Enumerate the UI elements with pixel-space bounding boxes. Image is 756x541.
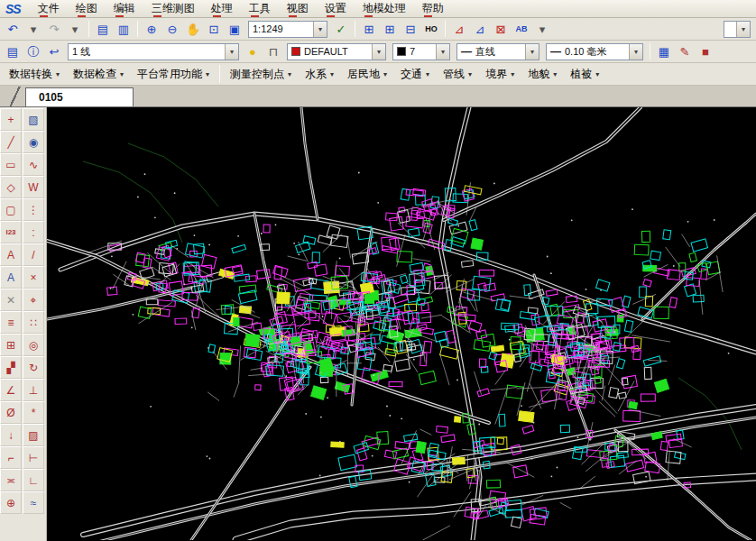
ortho-mode-icon[interactable]: HO: [421, 20, 441, 39]
menu-view[interactable]: 视图: [279, 0, 317, 19]
light-bulb-icon[interactable]: ●: [243, 42, 263, 61]
style-caret-icon[interactable]: ▾: [532, 20, 552, 39]
clipboard-icon[interactable]: ▧: [23, 108, 44, 131]
linetype-combo[interactable]: — 直线 ▾: [456, 43, 539, 60]
landform-menu[interactable]: 地貌▾: [521, 64, 563, 85]
stairs-icon[interactable]: ≍: [0, 469, 22, 491]
diameter-icon[interactable]: Ø: [0, 401, 22, 424]
linewidth-combo[interactable]: — 0.10 毫米 ▾: [546, 43, 643, 60]
lock-icon[interactable]: ⊓: [263, 42, 283, 61]
data-check-menu[interactable]: 数据检查▾: [67, 64, 130, 85]
target-icon[interactable]: ⌖: [23, 289, 44, 311]
data-convert-menu[interactable]: 数据转换▾: [3, 64, 66, 85]
menu-file[interactable]: 文件: [30, 0, 68, 19]
zigzag-icon[interactable]: W: [23, 176, 44, 198]
named-view-icon[interactable]: ✓: [331, 20, 351, 39]
grid-dots-icon[interactable]: ∷: [23, 311, 44, 334]
zoom-out-icon[interactable]: ⊖: [162, 20, 182, 39]
break-icon[interactable]: ⌐: [0, 446, 22, 469]
residential-area-menu[interactable]: 居民地▾: [341, 64, 393, 85]
table-icon[interactable]: ⊞: [359, 20, 379, 39]
dashed-rect-icon[interactable]: ▢: [0, 198, 22, 221]
chevron-down-icon[interactable]: ▾: [629, 44, 642, 60]
circle-plus-icon[interactable]: ⊕: [0, 491, 22, 514]
water-system-menu[interactable]: 水系▾: [299, 64, 340, 85]
i23-label-icon[interactable]: I23: [0, 221, 22, 243]
scale-combo[interactable]: 1:1249 ▾: [248, 21, 327, 38]
menu-settings[interactable]: 设置: [317, 0, 355, 19]
line-icon[interactable]: ╱: [0, 131, 22, 153]
boundary-menu[interactable]: 境界▾: [479, 64, 521, 85]
layer-properties-icon[interactable]: ▤: [3, 42, 23, 61]
undo-icon[interactable]: ↶: [3, 20, 23, 39]
point-icon[interactable]: +: [0, 108, 22, 131]
globe-icon[interactable]: ◉: [23, 131, 44, 153]
zoom-in-icon[interactable]: ⊕: [142, 20, 161, 39]
rectangle-icon[interactable]: ▭: [0, 153, 22, 176]
right-angle-icon[interactable]: ∟: [23, 469, 44, 491]
color-swatch-icon[interactable]: ■: [696, 42, 715, 61]
undo-caret-icon[interactable]: ▾: [23, 20, 43, 39]
zoom-extents-icon[interactable]: ▣: [225, 20, 244, 39]
chevron-down-icon[interactable]: ▾: [736, 22, 750, 37]
leader-down-icon[interactable]: ↓: [0, 424, 22, 446]
circle-target-icon[interactable]: ◎: [23, 334, 44, 356]
right-edge-combo[interactable]: ▾: [724, 21, 751, 38]
drawing-canvas[interactable]: [47, 107, 756, 541]
match-properties-icon[interactable]: ✎: [675, 42, 695, 61]
curve-icon[interactable]: ∿: [23, 153, 44, 176]
perpendicular-icon[interactable]: ⊥: [23, 379, 44, 401]
menu-edit[interactable]: 编辑: [106, 0, 143, 19]
chevron-down-icon[interactable]: ▾: [436, 44, 449, 60]
trim-icon[interactable]: ⊢: [23, 446, 44, 469]
menu-process[interactable]: 处理: [203, 0, 241, 19]
vegetation-menu[interactable]: 植被▾: [564, 64, 605, 85]
text-icon[interactable]: A: [0, 243, 22, 266]
sheet-grid-icon[interactable]: ⊞: [380, 20, 400, 39]
stack-icon[interactable]: ≡: [0, 311, 22, 334]
drawing-tab-0105[interactable]: 0105: [25, 87, 134, 106]
traffic-menu[interactable]: 交通▾: [394, 64, 436, 85]
layer-combo[interactable]: 1 线 ▾: [68, 43, 239, 60]
symbol-blue-icon[interactable]: ⊿: [470, 20, 490, 39]
copy-parallel-icon[interactable]: ⊞: [0, 334, 22, 356]
pipeline-menu[interactable]: 管线▾: [437, 64, 478, 85]
chevron-down-icon[interactable]: ▾: [372, 44, 385, 60]
mirror-icon[interactable]: ▞: [0, 356, 22, 379]
plot-style-combo[interactable]: DEFAULT ▾: [287, 43, 386, 60]
slope-icon[interactable]: /: [23, 243, 44, 266]
asterisk-icon[interactable]: *: [23, 401, 44, 424]
print-preview-icon[interactable]: ▥: [114, 20, 134, 39]
symbol-red-icon[interactable]: ⊿: [449, 20, 469, 39]
layer-info-icon[interactable]: ⓘ: [23, 42, 43, 61]
erase-icon[interactable]: ✕: [0, 289, 22, 311]
pan-icon[interactable]: ✋: [183, 20, 203, 39]
platform-common-menu[interactable]: 平台常用功能▾: [131, 64, 216, 85]
polygon-icon[interactable]: ◇: [0, 176, 22, 198]
menu-terrain-model[interactable]: 地模处理: [355, 0, 414, 19]
menu-3d-survey[interactable]: 三维测图: [143, 0, 203, 19]
waves-icon[interactable]: ≈: [23, 491, 44, 514]
menu-draw[interactable]: 绘图: [68, 0, 106, 19]
menu-tools[interactable]: 工具: [241, 0, 279, 19]
map-drawing[interactable]: [47, 107, 756, 540]
hatch-icon[interactable]: ▨: [23, 424, 44, 446]
multiply-icon[interactable]: ×: [23, 266, 44, 289]
region-plot-icon[interactable]: ⊠: [491, 20, 511, 39]
angle-skew-icon[interactable]: ∠: [0, 379, 22, 401]
redo-icon[interactable]: ↷: [44, 20, 64, 39]
cell-grid-icon[interactable]: ⊟: [401, 20, 420, 39]
text-style-icon[interactable]: AB: [512, 20, 531, 39]
redo-caret-icon[interactable]: ▾: [65, 20, 85, 39]
menu-help[interactable]: 帮助: [414, 0, 452, 19]
properties-panel-icon[interactable]: ▦: [654, 42, 674, 61]
page-setup-icon[interactable]: ▤: [93, 20, 113, 39]
vertex-icon[interactable]: ⋮: [23, 198, 44, 221]
survey-control-point-menu[interactable]: 测量控制点▾: [224, 64, 298, 85]
zoom-window-icon[interactable]: ⊡: [204, 20, 224, 39]
node-icon[interactable]: :: [23, 221, 44, 243]
lineweight-combo[interactable]: 7 ▾: [392, 43, 450, 60]
rotate-icon[interactable]: ↻: [23, 356, 44, 379]
text-edit-icon[interactable]: A: [0, 266, 22, 289]
chevron-down-icon[interactable]: ▾: [525, 44, 539, 60]
